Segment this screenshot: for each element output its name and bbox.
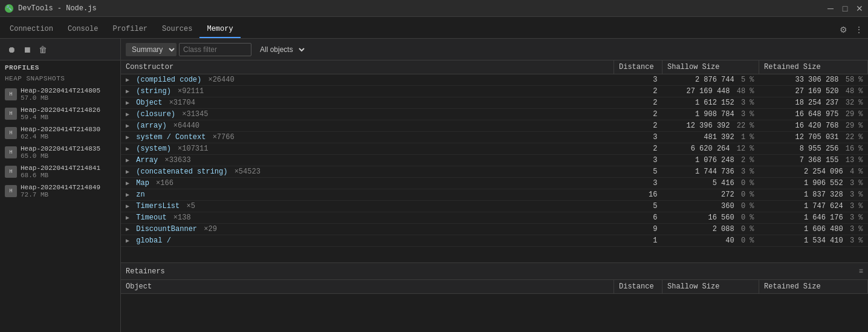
tab-memory[interactable]: Memory [199,21,240,38]
retainers-header-row: Object Distance Shallow Size Retained Si… [121,280,868,294]
class-filter-input[interactable] [179,43,251,56]
cell-distance: 3 [614,74,662,86]
list-item[interactable]: H Heap-20220414T214826 59.4 MB [0,104,120,123]
shallow-pct: 0 % [741,225,754,233]
cell-shallow-size: 1 908 784 3 % [662,109,759,120]
snapshot-icon: H [5,108,17,120]
tab-profiler[interactable]: Profiler [105,21,155,38]
cell-constructor: ▶ (compiled code) ×26440 [121,74,614,86]
th-retained-size: Retained Size [759,60,868,74]
table-row[interactable]: ▶ (closure) ×31345 2 1 908 784 3 % 16 64… [121,109,868,120]
table-row[interactable]: ▶ Timeout ×138 6 16 560 0 % 1 646 176 3 … [121,212,868,224]
tab-sources[interactable]: Sources [155,21,199,38]
tab-connection[interactable]: Connection [2,21,60,38]
table-row[interactable]: ▶ Object ×31704 2 1 612 152 3 % 18 254 2… [121,97,868,109]
retained-pct: 3 % [850,236,863,245]
expand-arrow-icon[interactable]: ▶ [126,237,129,244]
expand-arrow-icon[interactable]: ▶ [126,111,129,118]
table-row[interactable]: ▶ zn 16 272 0 % 1 837 328 3 % [121,189,868,201]
cell-retained-size: 1 606 480 3 % [759,224,868,235]
expand-arrow-icon[interactable]: ▶ [126,226,129,233]
cell-retained-size: 1 646 176 3 % [759,212,868,224]
cell-retained-size: 18 254 237 32 % [759,97,868,109]
cell-constructor: ▶ Timeout ×138 [121,212,614,224]
retainers-table[interactable]: Object Distance Shallow Size Retained Si… [121,280,868,332]
title-bar: 🔧 DevTools - Node.js ─ □ ✕ [0,0,868,17]
th-ret-shallow: Shallow Size [662,280,759,294]
stop-button[interactable]: ⏹ [21,44,34,56]
sidebar: ⏺ ⏹ 🗑 Profiles HEAP SNAPSHOTS H Heap-202… [0,39,121,332]
retainers-menu-icon[interactable]: ≡ [859,267,863,276]
close-button[interactable]: ✕ [856,5,863,12]
constructor-name: TimersList [136,202,180,210]
window-controls: ─ □ ✕ [827,5,863,12]
table-row[interactable]: ▶ TimersList ×5 5 360 0 % 1 747 624 3 % [121,201,868,212]
expand-arrow-icon[interactable]: ▶ [126,76,129,83]
cell-shallow-size: 1 612 152 3 % [662,97,759,109]
minimize-button[interactable]: ─ [827,5,834,12]
table-row[interactable]: ▶ (string) ×92111 2 27 169 448 48 % 27 1… [121,86,868,97]
expand-arrow-icon[interactable]: ▶ [126,191,129,198]
table-row[interactable]: ▶ Array ×33633 3 1 076 248 2 % 7 368 155… [121,155,868,166]
table-container[interactable]: Constructor Distance Shallow Size Retain… [121,60,868,262]
settings-icon[interactable]: ⚙ [837,24,850,36]
constructor-count: ×33633 [164,156,190,164]
expand-arrow-icon[interactable]: ▶ [126,168,129,175]
list-item[interactable]: H Heap-20220414T214805 57.0 MB [0,85,120,104]
cell-constructor: ▶ Object ×31704 [121,97,614,109]
record-button[interactable]: ⏺ [5,44,18,56]
cell-retained-size: 1 906 552 3 % [759,178,868,189]
expand-arrow-icon[interactable]: ▶ [126,122,129,129]
retained-pct: 29 % [846,122,863,130]
constructor-name: Object [136,99,162,107]
constructor-name: DiscountBanner [136,225,197,233]
expand-arrow-icon[interactable]: ▶ [126,134,129,141]
expand-arrow-icon[interactable]: ▶ [126,157,129,164]
tab-console[interactable]: Console [60,21,105,38]
expand-arrow-icon[interactable]: ▶ [126,203,129,210]
expand-arrow-icon[interactable]: ▶ [126,214,129,221]
expand-arrow-icon[interactable]: ▶ [126,88,129,95]
cell-constructor: ▶ DiscountBanner ×29 [121,224,614,235]
maximize-button[interactable]: □ [841,5,849,12]
constructor-count: ×29 [204,225,217,233]
cell-distance: 2 [614,86,662,97]
table-row[interactable]: ▶ global / 1 40 0 % 1 534 410 3 % [121,235,868,247]
cell-distance: 3 [614,155,662,166]
constructor-count: ×54523 [235,168,261,176]
table-row[interactable]: ▶ Map ×166 3 5 416 0 % 1 906 552 3 % [121,178,868,189]
cell-retained-size: 2 254 096 4 % [759,166,868,178]
table-row[interactable]: ▶ (concatenated string) ×54523 5 1 744 7… [121,166,868,178]
delete-button[interactable]: 🗑 [36,44,50,56]
content-toolbar: Summary All objects [121,39,868,60]
cell-constructor: ▶ (system) ×107311 [121,143,614,155]
table-row[interactable]: ▶ (array) ×64440 2 12 396 392 22 % 16 42… [121,120,868,132]
summary-select[interactable]: Summary [126,43,177,56]
cell-distance: 2 [614,120,662,132]
list-item[interactable]: H Heap-20220414T214849 72.7 MB [0,181,120,201]
shallow-pct: 3 % [741,168,754,176]
shallow-pct: 3 % [741,99,754,107]
constructor-name: zn [136,190,144,199]
list-item[interactable]: H Heap-20220414T214830 62.4 MB [0,123,120,143]
table-row[interactable]: ▶ (system) ×107311 2 6 620 264 12 % 8 95… [121,143,868,155]
favicon-icon: 🔧 [5,4,13,13]
shallow-pct: 0 % [741,190,754,199]
snapshot-size: 68.6 MB [21,172,115,179]
table-row[interactable]: ▶ (compiled code) ×26440 3 2 876 744 5 %… [121,74,868,86]
cell-distance: 1 [614,235,662,247]
expand-arrow-icon[interactable]: ▶ [126,99,129,106]
list-item[interactable]: H Heap-20220414T214835 65.0 MB [0,143,120,162]
table-row[interactable]: ▶ system / Context ×7766 3 481 392 1 % 1… [121,132,868,143]
expand-arrow-icon[interactable]: ▶ [126,180,129,187]
table-row[interactable]: ▶ DiscountBanner ×29 9 2 088 0 % 1 606 4… [121,224,868,235]
cell-distance: 2 [614,97,662,109]
list-item[interactable]: H Heap-20220414T214841 68.6 MB [0,162,120,181]
all-objects-select[interactable]: All objects [254,43,306,56]
more-icon[interactable]: ⋮ [852,24,866,36]
retained-pct: 22 % [846,133,863,142]
cell-retained-size: 1 534 410 3 % [759,235,868,247]
expand-arrow-icon[interactable]: ▶ [126,145,129,152]
cell-constructor: ▶ (closure) ×31345 [121,109,614,120]
cell-distance: 2 [614,109,662,120]
